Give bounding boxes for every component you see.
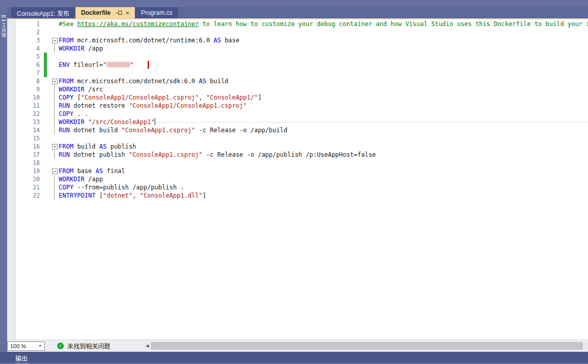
tab-program-cs[interactable]: Program.cs: [135, 7, 178, 18]
code-token: FROM: [59, 167, 74, 175]
code-editor[interactable]: 1#See https://aka.ms/customizecontainer …: [7, 19, 588, 339]
code-line[interactable]: 14RUN dotnet build "ConsoleApp1.csproj" …: [7, 126, 588, 134]
line-number: 11: [7, 102, 44, 110]
change-indicator: [44, 167, 47, 175]
code-token: RUN: [59, 151, 70, 158]
code-text: FROM mcr.microsoft.com/dotnet/runtime:6.…: [59, 36, 588, 44]
output-panel-header: 输出: [0, 352, 588, 364]
code-token: COPY: [59, 110, 74, 117]
code-line[interactable]: 13WORKDIR "/src/ConsoleApp1": [7, 118, 588, 126]
line-number: 13: [7, 118, 44, 126]
code-line[interactable]: 8FROM mcr.microsoft.com/dotnet/sdk:6.0 A…: [7, 77, 588, 85]
fold-guide: [52, 151, 59, 159]
code-line[interactable]: 22ENTRYPOINT ["dotnet", "ConsoleApp1.dll…: [7, 191, 588, 200]
health-status: ✓ 未找到相关问题: [57, 342, 110, 350]
change-indicator: [44, 175, 47, 183]
fold-collapse-button[interactable]: [52, 36, 59, 44]
code-token: "ConsoleApp1.csproj": [129, 151, 203, 158]
code-token: COPY: [59, 94, 74, 101]
line-number: 3: [7, 36, 44, 44]
comment-link[interactable]: https://aka.ms/customizecontainer: [77, 20, 199, 28]
code-line[interactable]: 17RUN dotnet publish "ConsoleApp1.csproj…: [7, 151, 588, 159]
code-token: -c Release -o /app/publish /p:UseAppHost…: [203, 151, 376, 158]
code-text: RUN dotnet build "ConsoleApp1.csproj" -c…: [59, 126, 588, 134]
code-text: WORKDIR /app: [59, 44, 588, 53]
line-number: 1: [7, 20, 44, 28]
fold-collapse-button[interactable]: [52, 77, 59, 85]
code-token: . .: [74, 110, 88, 117]
fold-guide: [52, 102, 59, 110]
code-line[interactable]: 16FROM build AS publish: [7, 142, 588, 151]
line-number: 5: [7, 53, 44, 61]
scroll-left-arrow-icon[interactable]: ◀: [144, 342, 151, 350]
code-line[interactable]: 20WORKDIR /app: [7, 175, 588, 183]
tab-dockerfile[interactable]: Dockerfile ×: [76, 7, 135, 18]
dropdown-caret-icon: ▼: [38, 344, 42, 348]
zoom-level-dropdown[interactable]: 100 % ▼: [7, 342, 45, 351]
code-token: "/src/ConsoleApp1": [88, 118, 155, 126]
window-top-strip: [0, 0, 588, 7]
code-line[interactable]: 4WORKDIR /app: [7, 44, 588, 53]
fold-guide: [52, 175, 59, 183]
line-number: 2: [7, 28, 44, 36]
close-icon[interactable]: ×: [126, 10, 130, 16]
code-token: "ConsoleApp1/ConsoleApp1.csproj": [129, 102, 247, 109]
code-line[interactable]: 18: [7, 159, 588, 167]
line-number: 12: [7, 110, 44, 118]
code-line[interactable]: 5: [7, 53, 588, 61]
change-indicator: [44, 102, 47, 110]
code-line[interactable]: 10COPY ["ConsoleApp1/ConsoleApp1.csproj"…: [7, 93, 588, 102]
scrollbar-thumb[interactable]: [151, 342, 583, 350]
code-token: WORKDIR: [59, 45, 85, 52]
change-indicator: [44, 110, 47, 118]
line-number: 20: [7, 175, 44, 183]
code-text: ENTRYPOINT ["dotnet", "ConsoleApp1.dll"]: [59, 191, 588, 200]
code-text: FROM mcr.microsoft.com/dotnet/sdk:6.0 AS…: [59, 77, 588, 85]
code-line[interactable]: 15: [7, 134, 588, 142]
line-number: 10: [7, 93, 44, 102]
code-token: "ConsoleApp1.csproj": [121, 127, 195, 134]
change-bar: [44, 69, 47, 77]
code-token: /app: [85, 176, 103, 183]
output-panel-title[interactable]: 输出: [15, 354, 28, 363]
code-token: publish: [107, 143, 136, 150]
code-text: #See https://aka.ms/customizecontainer t…: [59, 20, 588, 28]
code-line[interactable]: 21COPY --from=publish /app/publish .: [7, 183, 588, 191]
line-number: 9: [7, 85, 44, 93]
change-indicator: [44, 61, 47, 69]
change-indicator: [44, 36, 47, 44]
code-line[interactable]: 12COPY . .: [7, 110, 588, 118]
annotation-red-box: ENV fileurl="": [59, 61, 134, 69]
change-indicator: [44, 142, 47, 151]
code-line[interactable]: 19FROM base AS final: [7, 167, 588, 175]
change-bar: [44, 61, 47, 69]
change-indicator: [44, 159, 47, 167]
code-token: --from=publish /app/publish .: [74, 184, 184, 191]
code-token: [85, 118, 88, 126]
code-token: /app: [85, 45, 103, 52]
code-text: COPY . .: [59, 110, 588, 118]
status-text: 未找到相关问题: [67, 342, 110, 350]
line-number: 15: [7, 134, 44, 142]
code-line[interactable]: 2: [7, 28, 588, 36]
horizontal-scrollbar[interactable]: ◀: [144, 342, 588, 350]
code-token: /src: [85, 86, 103, 93]
code-line[interactable]: 11RUN dotnet restore "ConsoleApp1/Consol…: [7, 102, 588, 110]
change-indicator: [44, 118, 47, 126]
tab-consoleapp1-publish[interactable]: ConsoleApp1: 发布: [11, 7, 75, 18]
fold-collapse-button[interactable]: [52, 142, 59, 151]
pin-icon[interactable]: [116, 10, 122, 15]
line-number: 16: [7, 142, 44, 151]
check-circle-icon: ✓: [57, 343, 64, 349]
change-indicator: [44, 93, 47, 102]
code-token: ]: [258, 94, 261, 101]
code-line[interactable]: 3FROM mcr.microsoft.com/dotnet/runtime:6…: [7, 36, 588, 44]
fold-collapse-button[interactable]: [52, 167, 59, 175]
sidebar-item-toolbox[interactable]: 工具箱: [0, 22, 7, 38]
line-number: 22: [7, 191, 44, 200]
code-line[interactable]: 1#See https://aka.ms/customizecontainer …: [7, 20, 588, 28]
fold-guide: [52, 28, 59, 36]
code-line[interactable]: 9WORKDIR /src: [7, 85, 588, 93]
code-line[interactable]: 6ENV fileurl="": [7, 61, 588, 69]
code-line[interactable]: 7: [7, 69, 588, 77]
